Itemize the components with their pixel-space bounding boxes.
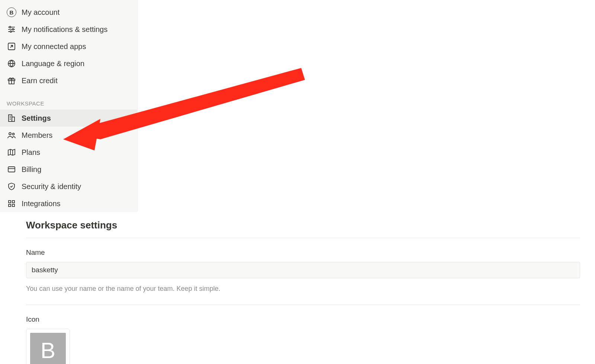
- sidebar-item-billing[interactable]: Billing: [0, 161, 137, 178]
- sidebar-item-language[interactable]: Language & region: [0, 55, 137, 72]
- svg-point-7: [10, 31, 12, 32]
- svg-point-3: [9, 26, 11, 28]
- map-icon: [7, 147, 16, 157]
- name-helper: You can use your name or the name of you…: [26, 283, 580, 294]
- svg-rect-23: [12, 201, 15, 203]
- sidebar-item-label: Security & identity: [22, 182, 81, 191]
- sidebar-item-label: My connected apps: [22, 42, 86, 51]
- shield-icon: [7, 182, 16, 191]
- sidebar-item-label: My notifications & settings: [22, 25, 107, 34]
- credit-card-icon: [7, 165, 16, 174]
- sidebar-item-label: Language & region: [22, 59, 84, 68]
- sidebar-item-integrations[interactable]: Integrations: [0, 195, 137, 212]
- sidebar-item-plans[interactable]: Plans: [0, 144, 137, 161]
- svg-rect-14: [12, 117, 15, 121]
- sidebar-item-label: Integrations: [22, 199, 61, 208]
- name-label: Name: [26, 248, 580, 257]
- arrow-up-right-icon: [7, 42, 16, 51]
- svg-rect-13: [9, 115, 12, 121]
- workspace-icon-letter: B: [30, 333, 66, 364]
- sidebar-item-my-account[interactable]: B My account: [0, 4, 137, 21]
- section-icon: Icon B Upload an image or pick an emoji.…: [26, 305, 580, 364]
- sidebar-item-notifications[interactable]: My notifications & settings: [0, 21, 137, 38]
- workspace-icon-picker[interactable]: B: [26, 329, 70, 364]
- section-name: Name You can use your name or the name o…: [26, 238, 580, 305]
- sidebar-item-members[interactable]: Members: [0, 127, 137, 144]
- sliders-icon: [7, 25, 16, 34]
- page-title: Workspace settings: [26, 220, 580, 231]
- account-initial-icon: B: [7, 7, 16, 17]
- sidebar-item-security[interactable]: Security & identity: [0, 178, 137, 195]
- svg-rect-24: [9, 204, 11, 207]
- sidebar-item-label: Plans: [22, 148, 40, 157]
- svg-point-19: [13, 133, 15, 135]
- grid-icon: [7, 199, 16, 208]
- building-icon: [7, 113, 16, 123]
- svg-point-18: [9, 133, 11, 135]
- sidebar-item-label: Billing: [22, 165, 41, 174]
- svg-rect-25: [12, 204, 15, 207]
- icon-label: Icon: [26, 315, 580, 324]
- svg-point-5: [12, 29, 14, 30]
- svg-rect-22: [9, 201, 11, 203]
- gift-icon: [7, 76, 16, 85]
- settings-main: Workspace settings Name You can use your…: [0, 212, 595, 364]
- sidebar-section-workspace: WORKSPACE: [0, 89, 137, 110]
- globe-icon: [7, 59, 16, 68]
- settings-sidebar: B My account My notifications & settings…: [0, 0, 138, 212]
- people-icon: [7, 130, 16, 140]
- svg-rect-20: [8, 167, 15, 172]
- sidebar-item-label: My account: [22, 8, 60, 17]
- sidebar-item-earn-credit[interactable]: Earn credit: [0, 72, 137, 89]
- sidebar-item-settings[interactable]: Settings: [0, 110, 137, 127]
- sidebar-item-label: Members: [22, 131, 52, 140]
- sidebar-item-connected-apps[interactable]: My connected apps: [0, 38, 137, 55]
- workspace-name-input[interactable]: [26, 262, 580, 278]
- sidebar-item-label: Settings: [22, 114, 51, 123]
- sidebar-item-label: Earn credit: [22, 77, 58, 85]
